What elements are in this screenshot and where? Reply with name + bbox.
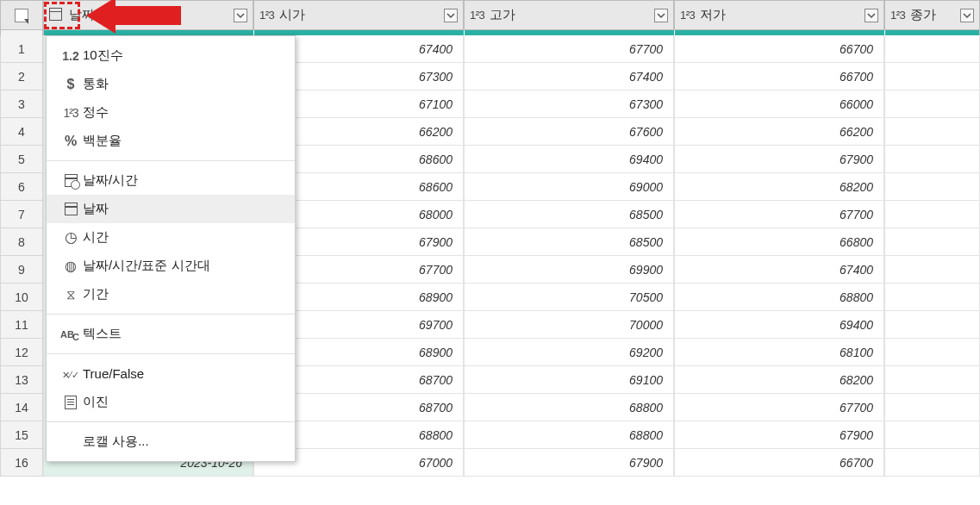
row-header[interactable]: 11 [0,311,43,339]
cell-number[interactable]: 68500 [464,201,674,228]
type-menu-item[interactable]: 시간 [47,223,295,252]
cell-number[interactable] [884,339,980,366]
cell-number[interactable]: 69400 [674,311,884,339]
type-menu-item[interactable]: True/False [47,359,295,388]
cell-number[interactable]: 69400 [464,146,674,173]
cell-number[interactable]: 66700 [674,35,884,63]
column-header-label: 날짜 [69,7,234,23]
menu-separator [47,314,295,315]
type-menu-item[interactable]: 백분율 [47,127,295,155]
type-menu-item[interactable]: 날짜/시간 [47,166,295,195]
column-filter-button[interactable] [234,9,247,22]
cell-number[interactable] [884,118,980,146]
cell-number[interactable]: 67700 [674,201,884,228]
cell-number[interactable]: 68100 [674,339,884,366]
cell-number[interactable]: 66700 [674,63,884,90]
cell-number[interactable]: 67700 [674,394,884,421]
cell-number[interactable]: 67400 [674,256,884,284]
column-filter-button[interactable] [960,9,974,22]
type-number-icon[interactable] [890,9,905,22]
type-menu-item[interactable]: 날짜/시간/표준 시간대 [47,252,295,280]
cell-number[interactable] [884,394,980,421]
row-header[interactable]: 7 [0,201,43,228]
cell-number[interactable] [884,228,980,256]
type-number-icon[interactable] [470,9,484,22]
cell-number[interactable]: 69200 [464,339,674,366]
cell-number[interactable]: 66800 [674,228,884,256]
cell-number[interactable]: 68800 [464,394,674,421]
cell-number[interactable] [884,146,980,173]
cell-number[interactable]: 67900 [464,449,674,477]
cell-number[interactable] [884,63,980,90]
column-header[interactable]: 저가 [674,0,884,30]
column-header[interactable]: 시가 [253,0,464,30]
type-menu-item[interactable]: 통화 [47,70,295,98]
cell-number[interactable]: 69100 [464,366,674,394]
row-header[interactable]: 15 [0,421,43,449]
row-header[interactable]: 10 [0,284,43,311]
row-header[interactable]: 14 [0,394,43,421]
cell-number[interactable]: 66200 [674,118,884,146]
cell-number[interactable]: 67400 [464,63,674,90]
type-menu-item[interactable]: 날짜 [47,195,295,223]
column-filter-button[interactable] [444,9,458,22]
cell-number[interactable]: 68200 [674,366,884,394]
clock-icon [59,228,83,246]
type-number-icon[interactable] [680,9,695,22]
cell-number[interactable] [884,90,980,118]
cell-number[interactable]: 68200 [674,173,884,201]
column-header[interactable]: 종가 [884,0,980,30]
type-menu-item[interactable]: 이진 [47,388,295,416]
cell-number[interactable]: 67600 [464,118,674,146]
bin-icon [59,396,83,409]
row-header[interactable]: 8 [0,228,43,256]
cell-number[interactable]: 69900 [464,256,674,284]
row-header[interactable]: 2 [0,63,43,90]
cell-number[interactable] [884,311,980,339]
type-number-icon[interactable] [259,9,274,22]
cell-number[interactable]: 70000 [464,311,674,339]
column-header[interactable]: 고가 [464,0,674,30]
cell-number[interactable]: 67700 [464,35,674,63]
cell-number[interactable]: 67900 [674,421,884,449]
cell-number[interactable] [884,173,980,201]
row-header[interactable]: 6 [0,173,43,201]
type-menu-label: 텍스트 [83,326,122,342]
type-menu-label: True/False [83,366,144,381]
cell-number[interactable] [884,366,980,394]
column-header[interactable]: 날짜 [43,0,253,30]
type-dropdown-menu: 10진수통화정수백분율날짜/시간날짜시간날짜/시간/표준 시간대기간텍스트Tru… [46,35,296,462]
row-header[interactable]: 5 [0,146,43,173]
cell-number[interactable] [884,201,980,228]
select-all-corner[interactable] [0,0,43,30]
cell-number[interactable] [884,421,980,449]
cell-number[interactable]: 66700 [674,449,884,477]
cell-number[interactable]: 68800 [464,421,674,449]
row-header[interactable]: 13 [0,366,43,394]
type-menu-item[interactable]: 정수 [47,98,295,127]
cell-number[interactable]: 68500 [464,228,674,256]
type-calendar-icon[interactable] [49,8,62,23]
column-filter-button[interactable] [654,9,668,22]
cell-number[interactable]: 67900 [674,146,884,173]
row-header[interactable]: 16 [0,449,43,477]
type-menu-locale[interactable]: 로캘 사용... [47,427,295,456]
type-menu-item[interactable]: 10진수 [47,41,295,70]
cell-number[interactable] [884,449,980,477]
type-menu-item[interactable]: 기간 [47,280,295,309]
row-header[interactable]: 9 [0,256,43,284]
row-header[interactable]: 1 [0,35,43,63]
cell-number[interactable]: 70500 [464,284,674,311]
cell-number[interactable] [884,256,980,284]
cell-number[interactable] [884,284,980,311]
cell-number[interactable]: 69000 [464,173,674,201]
cell-number[interactable] [884,35,980,63]
type-menu-item[interactable]: 텍스트 [47,320,295,348]
column-filter-button[interactable] [865,9,878,22]
row-header[interactable]: 4 [0,118,43,146]
cell-number[interactable]: 68800 [674,284,884,311]
row-header[interactable]: 3 [0,90,43,118]
cell-number[interactable]: 66000 [674,90,884,118]
row-header[interactable]: 12 [0,339,43,366]
cell-number[interactable]: 67300 [464,90,674,118]
